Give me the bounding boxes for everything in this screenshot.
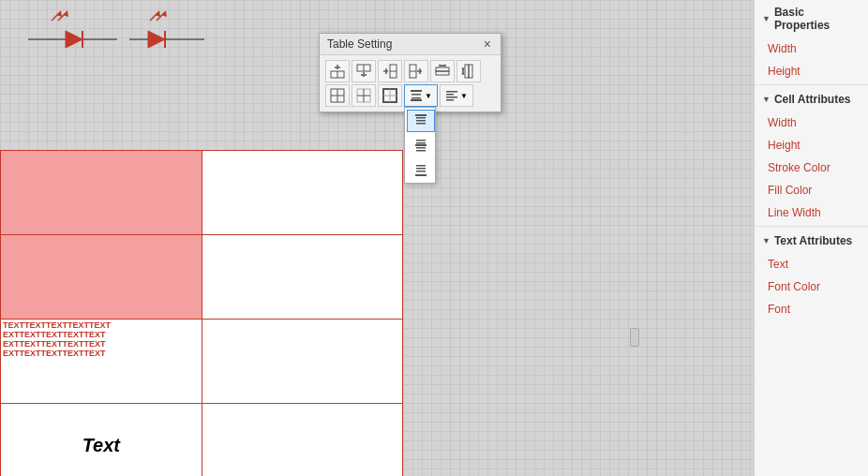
toolbar-row-1 [325, 60, 495, 82]
svg-rect-57 [416, 140, 426, 141]
svg-rect-60 [416, 147, 426, 149]
insert-row-above-button[interactable] [325, 60, 350, 82]
svg-rect-69 [446, 99, 454, 101]
cell-italic-text: Text [3, 406, 200, 476]
cell-width-item[interactable]: Width [755, 112, 868, 134]
text-attributes-header: ▼ Text Attributes [755, 229, 868, 253]
width-item[interactable]: Width [755, 37, 868, 60]
svg-rect-32 [436, 67, 449, 71]
divider-1 [755, 84, 868, 85]
align-top-option[interactable] [407, 110, 435, 132]
cell-height-item[interactable]: Height [755, 134, 868, 156]
text-item[interactable]: Text [755, 253, 868, 275]
svg-rect-61 [416, 150, 426, 152]
fill-color-item[interactable]: Fill Color [755, 179, 868, 201]
insert-col-right-button[interactable] [404, 60, 428, 82]
dialog-close-button[interactable]: × [482, 37, 493, 51]
svg-rect-67 [446, 94, 454, 96]
svg-rect-58 [416, 142, 426, 144]
table-cell-2-2 [202, 235, 402, 320]
divider-2 [755, 226, 868, 227]
border-inner-button[interactable] [352, 84, 376, 107]
stroke-color-item[interactable]: Stroke Color [755, 156, 868, 179]
basic-properties-triangle: ▼ [762, 14, 771, 23]
font-color-item[interactable]: Font Color [755, 275, 868, 298]
dialog-toolbar: ▼ [320, 55, 501, 112]
table-cell-4-2 [202, 404, 402, 477]
cell-attributes-label: Cell Attributes [774, 93, 851, 106]
svg-rect-37 [469, 65, 472, 78]
svg-rect-62 [416, 165, 426, 167]
table-cell-4-1: Text [1, 404, 202, 477]
vertical-align-list [404, 107, 436, 184]
delete-row-button[interactable] [430, 60, 455, 82]
border-all-button[interactable] [325, 84, 350, 107]
scroll-handle[interactable] [630, 328, 639, 347]
height-item-basic[interactable]: Height [755, 60, 868, 82]
dialog-title-bar: Table Setting × [320, 34, 501, 55]
text-attributes-label: Text Attributes [774, 234, 852, 247]
line-width-item[interactable]: Line Width [755, 201, 868, 224]
vertical-align-button[interactable]: ▼ [404, 84, 438, 107]
align-middle-option[interactable] [407, 134, 435, 156]
align-bottom-option[interactable] [407, 158, 435, 181]
toolbar-row-2: ▼ [325, 84, 495, 107]
svg-rect-36 [465, 65, 469, 78]
cell-attributes-triangle: ▼ [762, 95, 771, 104]
insert-row-below-button[interactable] [352, 60, 376, 82]
insert-col-left-button[interactable] [378, 60, 402, 82]
svg-rect-63 [416, 168, 426, 170]
table-cell-1-2 [202, 151, 402, 235]
svg-rect-52 [411, 99, 422, 101]
canvas-table: TEXTTEXTTEXTTEXTTEXT EXTTEXTTEXTTEXTTEXT… [0, 150, 403, 476]
svg-rect-66 [446, 91, 457, 93]
dialog-title: Table Setting [327, 37, 392, 51]
horizontal-align-button[interactable]: ▼ [440, 84, 473, 107]
svg-rect-55 [416, 120, 426, 122]
font-item[interactable]: Font [755, 298, 868, 320]
cell-attributes-header: ▼ Cell Attributes [755, 87, 868, 112]
table-cell-2-1 [1, 235, 202, 320]
svg-rect-68 [446, 97, 457, 98]
delete-col-button[interactable] [456, 60, 481, 82]
canvas-table-container: TEXTTEXTTEXTTEXTTEXT EXTTEXTTEXTTEXTTEXT… [0, 150, 403, 476]
basic-properties-header: ▼ Basic Properties [755, 0, 868, 37]
text-attributes-triangle: ▼ [762, 236, 771, 245]
table-setting-dialog: Table Setting × [319, 33, 501, 112]
canvas-area: TEXTTEXTTEXTTEXTTEXT EXTTEXTTEXTTEXTTEXT… [0, 0, 754, 476]
svg-rect-51 [412, 97, 421, 99]
table-cell-1-1 [1, 151, 202, 235]
svg-rect-50 [412, 94, 421, 96]
svg-rect-54 [416, 117, 426, 119]
basic-properties-label: Basic Properties [774, 6, 861, 32]
svg-rect-56 [416, 123, 426, 125]
right-panel: ▼ Basic Properties Width Height ▼ Cell A… [754, 0, 868, 476]
svg-rect-33 [436, 71, 449, 75]
vertical-align-dropdown: ▼ [404, 84, 438, 107]
border-outer-button[interactable] [378, 84, 402, 107]
table-cell-3-2 [202, 320, 402, 404]
cell-text-content: TEXTTEXTTEXTTEXTTEXT EXTTEXTTEXTTEXTTEXT… [3, 321, 200, 359]
svg-rect-49 [411, 90, 422, 92]
svg-rect-64 [416, 171, 426, 172]
horizontal-align-dropdown: ▼ [440, 84, 473, 107]
table-cell-3-1: TEXTTEXTTEXTTEXTTEXT EXTTEXTTEXTTEXTTEXT… [1, 320, 202, 404]
